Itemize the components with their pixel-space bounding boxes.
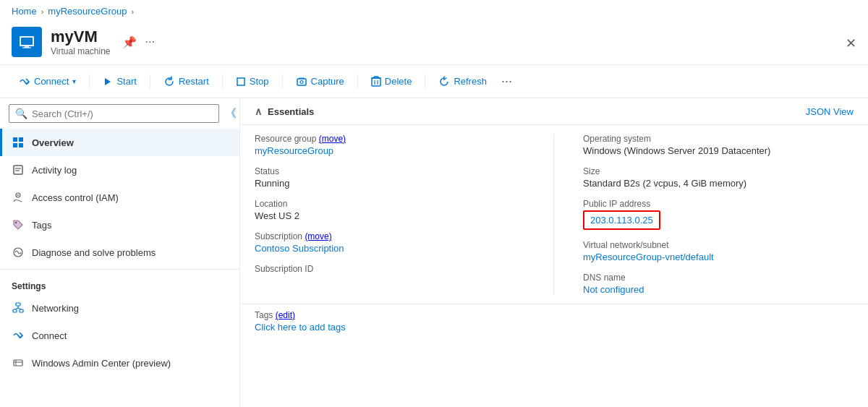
capture-icon <box>296 76 307 87</box>
search-icon: 🔍 <box>15 108 27 119</box>
size-label: Size <box>583 166 854 176</box>
capture-button[interactable]: Capture <box>289 72 352 91</box>
vnet-label: Virtual network/subnet <box>583 240 854 250</box>
dns-link[interactable]: Not configured <box>583 284 644 295</box>
breadcrumb-home[interactable]: Home <box>12 6 37 17</box>
field-resource-group: Resource group (move) myResourceGroup <box>255 134 524 156</box>
svg-rect-26 <box>16 303 20 306</box>
dns-value: Not configured <box>583 284 854 295</box>
restart-button[interactable]: Restart <box>156 72 216 91</box>
sidebar-item-overview[interactable]: Overview <box>0 129 239 156</box>
tags-add-link[interactable]: Click here to add tags <box>255 322 346 333</box>
essentials-header: ∧ Essentials JSON View <box>240 98 868 125</box>
settings-divider <box>0 269 239 270</box>
sidebar-item-tags-label: Tags <box>32 220 51 231</box>
field-vnet: Virtual network/subnet myResourceGroup-v… <box>583 240 854 262</box>
essentials-right-col: Operating system Windows (Windows Server… <box>554 134 854 295</box>
svg-rect-5 <box>237 78 244 85</box>
breadcrumb-chevron-1: › <box>41 7 44 16</box>
sidebar-item-networking[interactable]: Networking <box>0 294 239 322</box>
tags-label: Tags (edit) <box>255 310 854 320</box>
more-options-icon[interactable]: ··· <box>145 35 155 48</box>
settings-section-label: Settings <box>0 273 239 294</box>
refresh-button[interactable]: Refresh <box>431 72 494 91</box>
toolbar-separator-3 <box>222 74 223 89</box>
delete-button[interactable]: Delete <box>364 72 420 91</box>
json-view-link[interactable]: JSON View <box>806 106 854 117</box>
subscription-label: Subscription (move) <box>255 231 524 241</box>
toolbar: Connect ▾ Start Restart Stop Capture Del… <box>0 65 868 98</box>
field-subscription-id: Subscription ID <box>255 264 524 275</box>
sidebar-item-windows-admin[interactable]: Windows Admin Center (preview) <box>0 349 239 377</box>
svg-rect-18 <box>19 143 23 147</box>
svg-rect-19 <box>14 166 22 174</box>
breadcrumb-chevron-2: › <box>131 7 134 16</box>
toolbar-more-button[interactable]: ··· <box>497 71 516 92</box>
svg-rect-32 <box>14 360 22 366</box>
collapse-sidebar-button[interactable]: 《 <box>222 103 239 124</box>
stop-button[interactable]: Stop <box>229 72 276 90</box>
sidebar-item-diagnose-label: Diagnose and solve problems <box>32 247 156 258</box>
sidebar-item-diagnose[interactable]: Diagnose and solve problems <box>0 239 239 266</box>
stop-icon <box>236 77 246 87</box>
location-label: Location <box>255 199 524 209</box>
resource-type: Virtual machine <box>51 46 111 56</box>
resource-group-link[interactable]: myResourceGroup <box>255 145 333 156</box>
close-button[interactable]: ✕ <box>846 35 856 51</box>
os-label: Operating system <box>583 134 854 144</box>
resource-name: myVM <box>51 27 111 46</box>
field-dns: DNS name Not configured <box>583 273 854 295</box>
essentials-collapse-icon[interactable]: ∧ <box>255 106 262 117</box>
tags-add-link-container: Click here to add tags <box>255 322 854 333</box>
tags-section: Tags (edit) Click here to add tags <box>240 304 868 338</box>
location-value: West US 2 <box>255 210 524 221</box>
sidebar-item-activity-log[interactable]: Activity log <box>0 156 239 184</box>
search-input[interactable] <box>32 108 213 119</box>
restart-icon <box>163 76 175 87</box>
public-ip-highlight: 203.0.113.0.25 <box>583 210 660 230</box>
resource-icon <box>12 27 42 57</box>
breadcrumb-resource-group[interactable]: myResourceGroup <box>48 6 127 17</box>
svg-point-23 <box>17 194 19 196</box>
public-ip-link[interactable]: 203.0.113.0.25 <box>590 215 653 226</box>
sidebar-item-access-control[interactable]: Access control (IAM) <box>0 184 239 211</box>
sidebar-item-tags[interactable]: Tags <box>0 211 239 239</box>
svg-rect-1 <box>21 38 33 45</box>
subscription-link[interactable]: Contoso Subscription <box>255 243 344 254</box>
field-status: Status Running <box>255 166 524 189</box>
connect-button[interactable]: Connect ▾ <box>12 72 83 91</box>
pin-icon[interactable]: 📌 <box>122 35 137 49</box>
essentials-grid: Resource group (move) myResourceGroup St… <box>240 125 868 304</box>
subscription-move-link[interactable]: (move) <box>305 231 331 241</box>
content-area: ∧ Essentials JSON View Resource group (m… <box>240 98 868 407</box>
header-actions: 📌 ··· <box>122 35 155 49</box>
field-location: Location West US 2 <box>255 199 524 221</box>
resource-group-move-link[interactable]: (move) <box>319 134 346 144</box>
connect-icon <box>19 76 30 87</box>
vnet-link[interactable]: myResourceGroup-vnet/default <box>583 252 714 262</box>
sidebar-item-connect[interactable]: Connect <box>0 322 239 349</box>
sidebar-item-windows-admin-label: Windows Admin Center (preview) <box>32 358 171 369</box>
status-value: Running <box>255 178 524 189</box>
start-button[interactable]: Start <box>95 72 143 90</box>
delete-icon <box>371 76 381 87</box>
svg-point-7 <box>300 80 303 83</box>
subscription-id-label: Subscription ID <box>255 264 524 274</box>
sidebar-item-iam-label: Access control (IAM) <box>32 192 119 203</box>
refresh-icon <box>438 76 450 87</box>
toolbar-separator-6 <box>425 74 425 89</box>
resource-title-group: myVM Virtual machine <box>51 27 111 56</box>
connect-nav-icon <box>12 329 25 342</box>
field-size: Size Standard B2s (2 vcpus, 4 GiB memory… <box>583 166 854 189</box>
dns-label: DNS name <box>583 273 854 283</box>
os-value: Windows (Windows Server 2019 Datacenter) <box>583 145 854 156</box>
tags-edit-link[interactable]: (edit) <box>276 310 295 320</box>
field-os: Operating system Windows (Windows Server… <box>583 134 854 156</box>
status-label: Status <box>255 166 524 176</box>
resource-group-value: myResourceGroup <box>255 145 524 156</box>
sidebar-item-overview-label: Overview <box>32 137 74 148</box>
sidebar-item-activity-log-label: Activity log <box>32 165 77 176</box>
public-ip-label: Public IP address <box>583 199 854 209</box>
search-box: 🔍 <box>9 104 219 123</box>
main-layout: 🔍 《 Overview Activity log <box>0 98 868 407</box>
